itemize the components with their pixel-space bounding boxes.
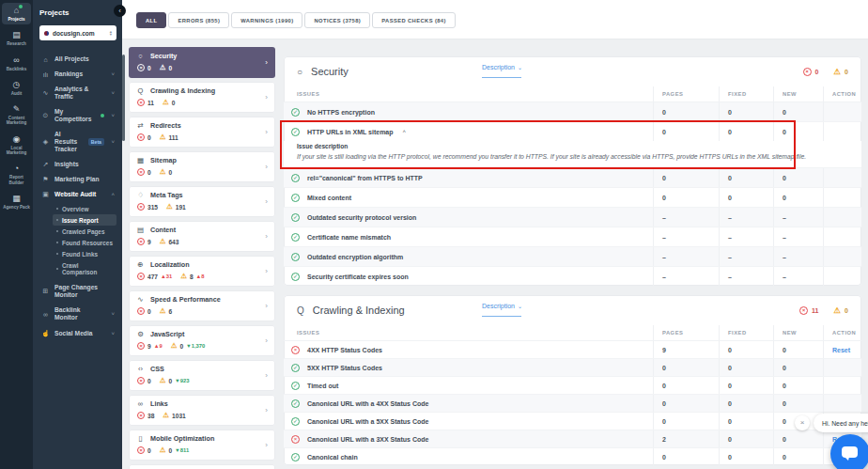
issue-row[interactable]: ✓ 5XX HTTP Status Codes 0 0 0 xyxy=(284,359,861,376)
issue-row[interactable]: ✓ Certificate name mismatch – – – xyxy=(284,227,861,246)
sidebar-subitem[interactable]: Found Resources xyxy=(53,237,116,248)
issue-row[interactable]: × 4XX HTTP Status Codes 9 0 0 Reset xyxy=(284,341,861,358)
sidebar-subitem[interactable]: Found Links xyxy=(53,248,116,259)
category-card[interactable]: ⚙ JavaScript › × 9 ▲9 ⚠ 0 ▼1,370 xyxy=(129,325,275,356)
magnifier-icon: Q xyxy=(297,305,304,316)
issue-row[interactable]: × Canonical URL with a 3XX Status Code 2… xyxy=(284,430,861,447)
new-value: 0 xyxy=(773,102,823,121)
reset-link[interactable]: Reset xyxy=(832,347,850,353)
sidebar-item[interactable]: ∿ Analytics & Traffic ˅ xyxy=(39,82,116,104)
rail-item[interactable]: ◉ Local Marketing xyxy=(2,132,31,159)
new-value: – xyxy=(773,247,823,266)
sidebar-item[interactable]: ∞ Backlink Monitor ˅ xyxy=(39,303,116,325)
category-card[interactable]: Q Crawling & Indexing › × 11 ⚠ 0 xyxy=(129,82,275,113)
category-card[interactable]: ∞ Links › × 38 ⚠ 1031 xyxy=(129,395,275,426)
issue-row[interactable]: ✓ HTTP URLs in XML sitemap ˄ 0 0 0 xyxy=(284,122,861,141)
issue-row[interactable]: ✓ Timed out 0 0 0 xyxy=(284,377,861,394)
rail-item[interactable]: ∞ Backlinks xyxy=(2,53,31,74)
pass-check-icon: ✓ xyxy=(291,108,300,117)
category-card[interactable]: ‹› CSS › × 0 ⚠ 0 ▼923 xyxy=(129,360,275,391)
category-card[interactable]: ▦ Sitemap › × 0 ⚠ 0 xyxy=(129,151,275,182)
category-card[interactable]: ▤ Content › × 9 ⚠ 643 xyxy=(129,221,275,252)
error-icon: × xyxy=(291,346,300,354)
chevron-right-icon: › xyxy=(265,302,268,310)
pass-check-icon: ✓ xyxy=(291,233,300,242)
category-card[interactable]: ◎ Other › xyxy=(129,464,275,469)
column-issues: ISSUES xyxy=(284,325,653,340)
column-issues: ISSUES xyxy=(284,86,653,102)
sidebar-subitem-label: Issue Report xyxy=(62,217,99,224)
issue-row[interactable]: ✓ Canonical URL with a 4XX Status Code 0… xyxy=(284,395,861,412)
sidebar-item[interactable]: ⌂ All Projects xyxy=(39,52,116,67)
project-favicon xyxy=(44,31,49,36)
sidebar-item[interactable]: ⊞ Page Changes Monitor xyxy=(39,280,116,303)
tab[interactable]: ALL xyxy=(136,12,166,28)
chat-close-button[interactable]: × xyxy=(795,415,810,430)
chevron-icon: ˅ xyxy=(109,311,115,317)
sidebar-item[interactable]: ◈ AI Results Tracker Beta ˅ xyxy=(39,127,116,157)
table-row: ✓ No HTTPS encryption 0 0 0 xyxy=(284,102,861,121)
sidebar-subitem[interactable]: Crawled Pages xyxy=(53,226,116,237)
sidebar-item[interactable]: ılı Rankings ˅ xyxy=(39,67,116,82)
sidebar: Projects docusign.com ▴▾ ⌂ All Projects … xyxy=(33,0,122,469)
warnings-count: 0 xyxy=(168,378,172,384)
sidebar-item[interactable]: ▣ Website Audit ˄ xyxy=(39,187,116,202)
sidebar-subitem[interactable]: Crawl Comparison xyxy=(53,259,116,277)
tab[interactable]: PASSED CHECKS (84) xyxy=(372,12,456,28)
collapse-sidebar-button[interactable]: ‹ xyxy=(114,5,126,17)
category-card[interactable]: ○ Security › × 0 ⚠ 0 xyxy=(129,47,275,78)
competitors-icon: ⊙ xyxy=(41,112,50,119)
chat-greeting-text: Hi. Need any help? xyxy=(822,420,868,427)
sidebar-item[interactable]: ↗ Insights xyxy=(39,157,116,172)
new-value: 0 xyxy=(773,122,823,141)
chat-launcher-button[interactable] xyxy=(830,434,868,469)
sidebar-item[interactable]: ⊙ My Competitors ˅ xyxy=(39,104,116,127)
issue-row[interactable]: ✓ Outdated security protocol version – –… xyxy=(284,208,861,227)
collapse-row-icon[interactable]: ˄ xyxy=(403,129,407,134)
chat-greeting[interactable]: Hi. Need any help? xyxy=(814,414,868,432)
new-value: 0 xyxy=(773,395,823,412)
chevron-icon: ˅ xyxy=(109,71,115,77)
sidebar-subitem[interactable]: Overview xyxy=(53,203,116,214)
category-card[interactable]: ▯ Mobile Optimization › × 0 ⚠ 0 ▼811 xyxy=(129,430,275,461)
issue-row[interactable]: ✓ Canonical chain 0 0 0 xyxy=(284,448,861,465)
rail-item[interactable]: ▦ Agency Pack xyxy=(2,191,31,212)
issue-row[interactable]: ✓ rel="canonical" from HTTPS to HTTP 0 0… xyxy=(284,168,861,187)
category-card[interactable]: ♢ Meta Tags › × 315 ⚠ 191 xyxy=(129,186,275,217)
sidebar-subitem[interactable]: Issue Report xyxy=(53,214,116,226)
category-card[interactable]: ⊕ Localization › × 477 ▲31 ⚠ 8 ▲8 xyxy=(129,256,275,287)
issue-row[interactable]: ✓ Security certificate expires soon – – … xyxy=(284,267,861,286)
tab[interactable]: ERRORS (855) xyxy=(168,12,229,28)
errors-icon: × xyxy=(137,446,145,454)
table-header: ISSUES PAGES FIXED NEW ACTION xyxy=(284,86,861,102)
rail-item-label: Projects xyxy=(8,17,24,22)
issue-row[interactable]: ✓ Outdated encryption algorithm – – – xyxy=(284,247,861,266)
backlink-monitor-icon: ∞ xyxy=(41,311,50,318)
tab-label: ERRORS (855) xyxy=(178,18,220,23)
sidebar-scrollbar[interactable] xyxy=(122,55,125,141)
pass-check-icon: ✓ xyxy=(291,417,300,426)
issues-section: ○ Security Description ⌄ × 0 ⚠ 0 ISSUES … xyxy=(284,56,861,286)
category-card[interactable]: ⇄ Redirects › × 0 ⚠ 111 xyxy=(129,117,275,148)
rail-item[interactable]: ◷ Audit xyxy=(2,77,31,99)
tab[interactable]: WARNINGS (1990) xyxy=(231,12,302,28)
project-selector[interactable]: docusign.com ▴▾ xyxy=(39,25,116,40)
sidebar-item[interactable]: ⚑ Marketing Plan xyxy=(39,172,116,187)
document-icon: ▤ xyxy=(136,226,145,234)
category-name: Speed & Performance xyxy=(150,295,221,304)
tab[interactable]: NOTICES (3758) xyxy=(304,12,370,28)
issue-row[interactable]: ✓ Mixed content 0 0 0 xyxy=(284,188,861,207)
category-card[interactable]: ∿ Speed & Performance › × 0 ⚠ 6 xyxy=(129,290,275,321)
rail-item[interactable]: ◔ Report Builder xyxy=(2,161,31,188)
backlinks-icon: ∞ xyxy=(13,56,19,65)
issue-row[interactable]: ✓ Canonical URL with a 5XX Status Code 0… xyxy=(284,413,861,430)
sidebar-item[interactable]: ☝ Social Media ˅ xyxy=(39,326,116,341)
rail-item[interactable]: ▤ Research xyxy=(2,27,31,49)
rail-item[interactable]: ⌂ Projects xyxy=(2,3,31,24)
description-toggle[interactable]: Description ⌄ xyxy=(482,64,522,70)
rail-item[interactable]: ✎ Content Marketing xyxy=(2,102,31,129)
issue-row[interactable]: ✓ No HTTPS encryption 0 0 0 xyxy=(284,102,861,121)
section-title: Crawling & Indexing xyxy=(313,305,405,316)
table-row: ✓ Mixed content 0 0 0 xyxy=(284,187,861,207)
description-toggle[interactable]: Description ⌄ xyxy=(482,303,522,309)
